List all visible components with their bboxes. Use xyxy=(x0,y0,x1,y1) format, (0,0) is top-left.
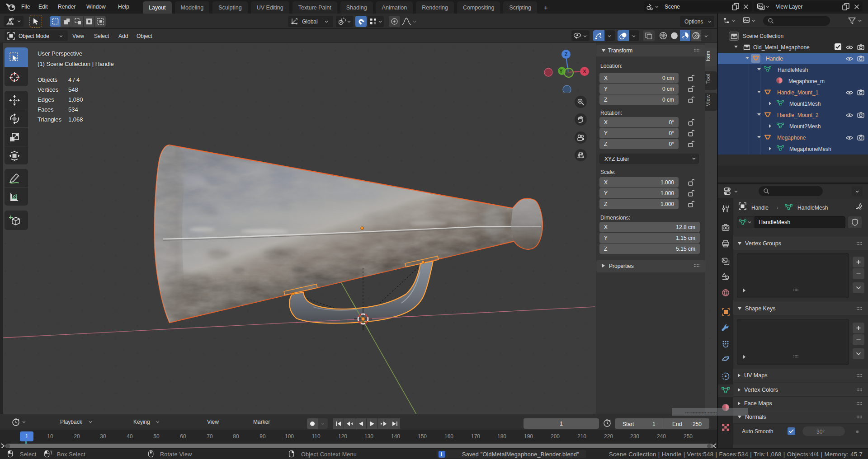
svg-text:X: X xyxy=(583,69,586,74)
svg-text:Z: Z xyxy=(565,52,568,57)
svg-text:Y: Y xyxy=(559,68,563,74)
